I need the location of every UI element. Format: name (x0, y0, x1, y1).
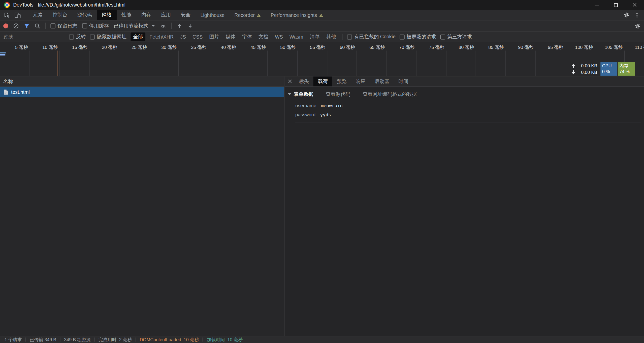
tab-lighthouse[interactable]: Lighthouse (196, 10, 230, 20)
throttling-select[interactable]: 已停用节流模式 (114, 22, 155, 30)
maximize-icon (614, 3, 618, 7)
maximize-button[interactable] (606, 0, 625, 10)
filter-type-wasm[interactable]: Wasm (287, 33, 306, 40)
network-status-bar: 1 个请求已传输 349 B349 B 项资源完成用时: 2 毫秒DOMCont… (0, 336, 644, 343)
tab-security[interactable]: 安全 (176, 10, 196, 20)
minimize-button[interactable] (587, 0, 606, 10)
filter-type-media[interactable]: 媒体 (223, 33, 238, 41)
filter-type-images[interactable]: 图片 (207, 33, 222, 41)
settings-gear-icon[interactable] (621, 12, 632, 18)
filter-input[interactable] (3, 34, 65, 40)
status-transferred: 已传输 349 B (26, 336, 60, 342)
disable-cache-label: 停用缓存 (89, 22, 109, 30)
network-overview-timeline[interactable]: 5 毫秒10 毫秒15 毫秒20 毫秒25 毫秒30 毫秒35 毫秒40 毫秒4… (0, 42, 644, 76)
gear-icon (635, 23, 641, 29)
detail-tab-response[interactable]: 响应 (351, 76, 370, 86)
filter-type-fetch-xhr[interactable]: Fetch/XHR (147, 33, 176, 40)
tab-recorder[interactable]: Recorder (230, 10, 266, 20)
tab-label: 元素 (33, 12, 43, 19)
import-har-button[interactable] (177, 23, 182, 29)
tab-memory[interactable]: 内存 (136, 10, 156, 20)
upload-value: 0.00 KB (577, 63, 597, 68)
form-data-title: 表单数据 (294, 91, 313, 98)
clear-icon (13, 23, 19, 29)
tab-network[interactable]: 网络 (97, 10, 117, 20)
export-har-button[interactable] (187, 23, 193, 29)
filter-type-other[interactable]: 其他 (324, 33, 339, 41)
request-row[interactable]: test.html (0, 87, 284, 97)
search-button[interactable] (35, 23, 40, 29)
detail-tab-timing[interactable]: 时间 (394, 76, 413, 86)
record-network-log-button[interactable] (3, 23, 8, 28)
timeline-gridline (327, 51, 328, 76)
close-icon (288, 79, 292, 83)
minimize-icon (595, 5, 599, 5)
filter-type-css[interactable]: CSS (190, 33, 205, 40)
tab-label: 应用 (161, 12, 171, 19)
load-event-marker (59, 51, 59, 76)
filter-type-websocket[interactable]: WS (272, 33, 285, 40)
tab-label: 性能 (122, 12, 132, 19)
tab-application[interactable]: 应用 (156, 10, 176, 20)
network-conditions-button[interactable] (160, 23, 166, 29)
timeline-tick-label: 110 毫秒 (611, 44, 644, 50)
blocked-cookies-label: 有已拦截的 Cookie (354, 33, 396, 40)
timeline-gridline (297, 51, 298, 76)
device-toolbar-icon[interactable] (12, 10, 23, 20)
timeline-gridline (505, 51, 506, 76)
filter-type-js[interactable]: JS (178, 33, 188, 40)
request-details-panel: 标头载荷预览响应启动器时间 表单数据 查看源代码 查看网址编码格式的数据 use… (285, 76, 644, 336)
tab-sources[interactable]: 源代码 (72, 10, 97, 20)
timeline-gridline (29, 51, 30, 76)
timeline-gridline (148, 51, 149, 76)
filter-type-manifest[interactable]: 清单 (307, 33, 322, 41)
filter-type-fonts[interactable]: 字体 (240, 33, 254, 41)
third-party-checkbox[interactable]: 第三方请求 (440, 33, 472, 40)
warning-icon (257, 13, 261, 17)
hide-data-urls-checkbox[interactable]: 隐藏数据网址 (90, 33, 126, 40)
network-filter-bar: 反转 隐藏数据网址 全部Fetch/XHRJSCSS图片媒体字体文档WSWasm… (0, 32, 644, 42)
timeline-gridline (476, 51, 476, 76)
request-name: test.html (11, 89, 30, 95)
inspect-icon[interactable] (2, 10, 12, 20)
timeline-gridline (357, 51, 357, 76)
blocked-cookies-checkbox[interactable]: 有已拦截的 Cookie (347, 33, 396, 40)
network-conditions-icon (160, 23, 166, 29)
tab-performance[interactable]: 性能 (117, 10, 136, 20)
detail-tab-headers[interactable]: 标头 (295, 76, 313, 86)
timeline-gridline (416, 51, 417, 76)
requests-table-header[interactable]: 名称 (0, 76, 284, 87)
filter-type-documents[interactable]: 文档 (256, 33, 271, 41)
view-url-encoded-link[interactable]: 查看网址编码格式的数据 (363, 91, 417, 98)
view-source-link[interactable]: 查看源代码 (326, 91, 350, 98)
detail-tab-payload[interactable]: 载荷 (313, 76, 332, 86)
invert-filter-checkbox[interactable]: 反转 (69, 33, 86, 40)
cpu-usage-block: CPU 0 % (600, 62, 617, 76)
payload-view: 表单数据 查看源代码 查看网址编码格式的数据 username:meowrain… (285, 87, 644, 123)
tab-console[interactable]: 控制台 (48, 10, 72, 20)
detail-tab-preview[interactable]: 预览 (332, 76, 351, 86)
tab-label: Lighthouse (200, 12, 224, 18)
filter-toggle-button[interactable] (24, 23, 30, 29)
clear-network-log-button[interactable] (13, 23, 19, 29)
close-button[interactable] (625, 0, 644, 10)
network-settings-button[interactable] (635, 23, 641, 29)
preserve-log-checkbox[interactable]: 保留日志 (51, 22, 77, 30)
disable-cache-checkbox[interactable]: 停用缓存 (82, 22, 109, 30)
close-details-button[interactable] (285, 76, 295, 86)
form-data-section-header[interactable]: 表单数据 查看源代码 查看网址编码格式的数据 (288, 91, 641, 98)
tab-elements[interactable]: 元素 (28, 10, 48, 20)
param-value: meowrain (321, 103, 343, 108)
window-titlebar: DevTools - file:///D:/git/note/webstrom/… (0, 0, 644, 10)
blocked-requests-checkbox[interactable]: 被屏蔽的请求 (400, 33, 436, 40)
download-arrow-icon (571, 70, 575, 75)
timeline-gridline (446, 51, 446, 76)
filter-type-all[interactable]: 全部 (131, 33, 145, 41)
tab-performance-insights[interactable]: Performance insights (266, 10, 328, 20)
more-options-icon[interactable] (632, 12, 642, 18)
details-tab-bar: 标头载荷预览响应启动器时间 (285, 76, 644, 87)
checkbox-icon (347, 34, 352, 39)
detail-tab-initiator[interactable]: 启动器 (370, 76, 394, 86)
chrome-logo-icon (4, 2, 10, 8)
status-load-time: 加载时间: 10 毫秒 (203, 336, 246, 342)
